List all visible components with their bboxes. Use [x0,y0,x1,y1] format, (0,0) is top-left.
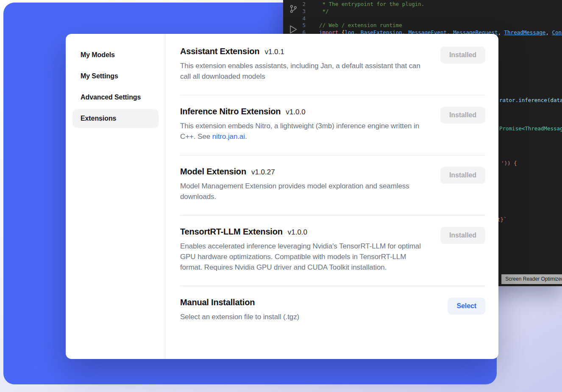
extension-version: v1.0.1 [264,48,284,56]
line-number: 5 [283,22,312,29]
extension-description: This extension enables assistants, inclu… [180,61,430,82]
description-text: . [245,133,247,141]
extension-version: v1.0.0 [288,228,307,237]
extension-info: TensortRT-LLM Extensionv1.0.0Enables acc… [180,227,430,273]
description-text: Select an extension file to install (.tg… [180,313,299,321]
code-token: */ [319,8,329,14]
editor-status-bar: go Screen Reader Optimized [492,274,562,284]
code-line-3: 3 */ [283,8,562,15]
code-token: , [498,29,504,36]
extension-section-assistant-extension: Assistant Extensionv1.0.1This extension … [180,34,485,95]
extension-title-row: Assistant Extensionv1.0.1 [180,47,430,56]
code-fragment: Promise<ThreadMessage> [499,125,562,133]
code-text: * The entrypoint for the plugin. [319,1,424,8]
extension-title: Assistant Extension [180,47,259,56]
extension-title-row: Manual Installation [180,298,299,307]
extension-description: This extension embeds Nitro, a lightweig… [180,121,430,142]
screenshot-root: 2 * The entrypoint for the plugin.3 */45… [0,0,562,392]
code-lines: 2 * The entrypoint for the plugin.3 */45… [283,1,562,36]
sidebar-item-my-settings[interactable]: My Settings [72,67,159,86]
assistant-extension-installed-button[interactable]: Installed [440,47,485,63]
code-text: */ [319,8,329,15]
manual-installation-select-button[interactable]: Select [448,298,485,315]
extension-title-row: Model Extensionv1.0.27 [180,167,430,177]
code-token: ContentType [552,29,562,36]
extension-title: Inference Nitro Extension [180,107,281,116]
settings-sidebar: My ModelsMy SettingsAdvanced SettingsExt… [66,34,165,359]
sidebar-item-extensions[interactable]: Extensions [72,109,159,128]
extension-section-inference-nitro-extension: Inference Nitro Extensionv1.0.0This exte… [180,95,485,155]
extension-info: Manual InstallationSelect an extension f… [180,298,299,322]
extension-version: v1.0.27 [251,168,275,177]
description-text: Enables accelerated inference leveraging… [180,242,421,271]
line-number: 3 [283,8,312,15]
extension-info: Inference Nitro Extensionv1.0.0This exte… [180,107,430,142]
extension-version: v1.0.0 [286,108,305,116]
line-number: 4 [283,15,312,22]
screen-reader-optimized-badge[interactable]: Screen Reader Optimized [501,274,562,284]
extension-title-row: Inference Nitro Extensionv1.0.0 [180,107,430,116]
extension-title: Manual Installation [180,298,255,307]
extension-title: Model Extension [180,167,246,177]
description-text: Model Management Extension provides mode… [180,182,409,201]
sidebar-item-my-models[interactable]: My Models [72,46,159,64]
code-fragment: ')) { [501,160,517,167]
code-fragment: t}` [497,216,507,224]
extension-info: Model Extensionv1.0.27Model Management E… [180,167,430,202]
code-text: // Web / extension runtime [319,22,402,29]
code-token: , [545,29,552,36]
code-line-2: 2 * The entrypoint for the plugin. [283,1,562,8]
settings-modal: My ModelsMy SettingsAdvanced SettingsExt… [66,34,498,359]
extension-description: Model Management Extension provides mode… [180,181,430,202]
extensions-list: Assistant Extensionv1.0.1This extension … [165,34,498,359]
tensortrt-llm-extension-installed-button[interactable]: Installed [440,227,485,244]
extension-section-tensortrt-llm-extension: TensortRT-LLM Extensionv1.0.0Enables acc… [180,215,485,286]
description-text: This extension enables assistants, inclu… [180,62,420,80]
code-token: ThreadMessage [504,29,546,36]
extension-section-model-extension: Model Extensionv1.0.27Model Management E… [180,155,485,215]
sidebar-item-advanced-settings[interactable]: Advanced Settings [72,88,159,107]
extension-description: Enables accelerated inference leveraging… [180,241,430,273]
extension-title-row: TensortRT-LLM Extensionv1.0.0 [180,227,430,237]
code-line-5: 5// Web / extension runtime [283,22,562,29]
code-fragment: rator.inference(data)); [499,97,562,104]
extension-section-manual-installation: Manual InstallationSelect an extension f… [180,286,485,335]
code-token: * The entrypoint for the plugin. [319,1,424,7]
extension-title: TensortRT-LLM Extension [180,227,283,237]
code-line-4: 4 [283,15,562,22]
extension-description: Select an extension file to install (.tg… [180,312,299,322]
nitro-jan-ai-link[interactable]: nitro.jan.ai [212,133,245,141]
inference-nitro-extension-installed-button[interactable]: Installed [440,107,485,124]
line-number: 2 [283,1,312,8]
model-extension-installed-button[interactable]: Installed [440,167,485,184]
extension-info: Assistant Extensionv1.0.1This extension … [180,47,430,82]
code-token: // Web / extension runtime [319,22,402,28]
